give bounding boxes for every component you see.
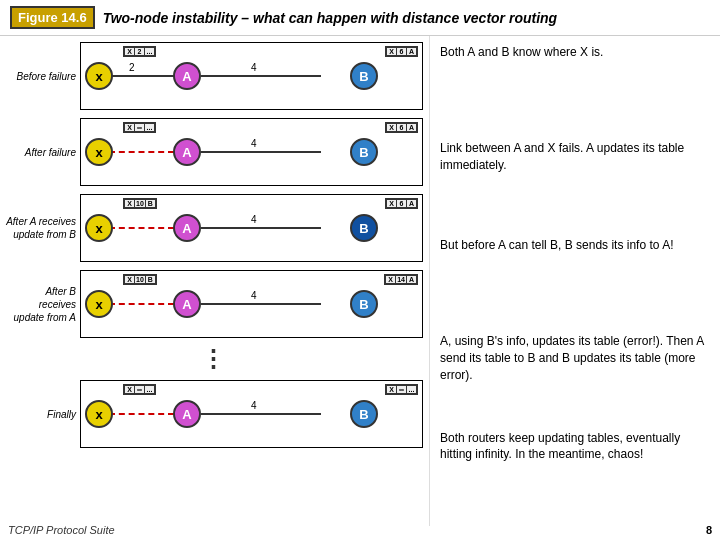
link-ab-1: [201, 151, 321, 153]
network-1: X∞... X6A 4 x A B: [80, 118, 423, 186]
node-a-3: A: [173, 290, 201, 318]
text-block-3: A, using B's info, updates its table (er…: [440, 333, 710, 421]
network-3: X10B X14A 4 x A B: [80, 270, 423, 338]
text-section: Both A and B know where X is. Link betwe…: [430, 36, 720, 526]
table-a-0: X2...: [123, 46, 156, 57]
diagram-row-0: Before failure X2... X6A 2: [6, 40, 423, 112]
table-b-4: X∞...: [385, 384, 418, 395]
table-a-4: X∞...: [123, 384, 156, 395]
text-block-4: Both routers keep updating tables, event…: [440, 430, 710, 518]
node-x-4: x: [85, 400, 113, 428]
link-ab-label-4: 4: [251, 400, 257, 411]
link-ab-4: [201, 413, 321, 415]
table-a-1: X∞...: [123, 122, 156, 133]
network-4: X∞... X∞... 4 x A B: [80, 380, 423, 448]
node-a-2: A: [173, 214, 201, 242]
text-block-1: Link between A and X fails. A updates it…: [440, 140, 710, 228]
node-b-0: B: [350, 62, 378, 90]
diagram-row-3: After B receives update from A X10B X14A: [6, 268, 423, 340]
link-ab-0: [201, 75, 321, 77]
figure-label: Figure 14.6: [10, 6, 95, 29]
row-label-4: Finally: [6, 408, 76, 421]
network-2: X10B X6A 4 x A B: [80, 194, 423, 262]
network-0: X2... X6A 2 4 x A: [80, 42, 423, 110]
diagram-row-4: Finally X∞... X∞... 4: [6, 378, 423, 450]
link-ab-label-2: 4: [251, 214, 257, 225]
node-b-2: B: [350, 214, 378, 242]
table-a-2: X10B: [123, 198, 157, 209]
link-xa-broken-3: [109, 303, 174, 305]
node-x-3: x: [85, 290, 113, 318]
footer-text: TCP/IP Protocol Suite: [8, 524, 115, 536]
table-b-3: X14A: [384, 274, 418, 285]
page-number: 8: [706, 524, 712, 536]
table-b-0: X6A: [385, 46, 418, 57]
link-ab-3: [201, 303, 321, 305]
node-x-2: x: [85, 214, 113, 242]
node-b-3: B: [350, 290, 378, 318]
node-x-0: x: [85, 62, 113, 90]
link-xa-label-0: 2: [129, 62, 135, 73]
table-a-3: X10B: [123, 274, 157, 285]
text-block-0: Both A and B know where X is.: [440, 44, 710, 132]
diagram-row-2: After A receives update from B X10B X6A: [6, 192, 423, 264]
row-label-2: After A receives update from B: [6, 215, 76, 241]
diagram-row-1: After failure X∞... X6A 4: [6, 116, 423, 188]
link-ab-label-0: 4: [251, 62, 257, 73]
link-xa-broken-1: [109, 151, 174, 153]
header: Figure 14.6 Two-node instability – what …: [0, 0, 720, 36]
dots-separator: ⋮: [6, 344, 423, 374]
node-x-1: x: [85, 138, 113, 166]
table-b-1: X6A: [385, 122, 418, 133]
link-ab-label-1: 4: [251, 138, 257, 149]
link-ab-label-3: 4: [251, 290, 257, 301]
row-label-1: After failure: [6, 146, 76, 159]
link-xa-0: [109, 75, 174, 77]
row-label-3: After B receives update from A: [6, 285, 76, 324]
node-a-4: A: [173, 400, 201, 428]
row-label-0: Before failure: [6, 70, 76, 83]
link-xa-broken-4: [109, 413, 174, 415]
node-b-4: B: [350, 400, 378, 428]
figure-title: Two-node instability – what can happen w…: [103, 10, 558, 26]
node-a-0: A: [173, 62, 201, 90]
text-block-2: But before A can tell B, B sends its inf…: [440, 237, 710, 325]
table-b-2: X6A: [385, 198, 418, 209]
diagram-section: Before failure X2... X6A 2: [0, 36, 430, 526]
link-ab-2: [201, 227, 321, 229]
link-xa-broken-2: [109, 227, 174, 229]
node-b-1: B: [350, 138, 378, 166]
node-a-1: A: [173, 138, 201, 166]
main-content: Before failure X2... X6A 2: [0, 36, 720, 526]
